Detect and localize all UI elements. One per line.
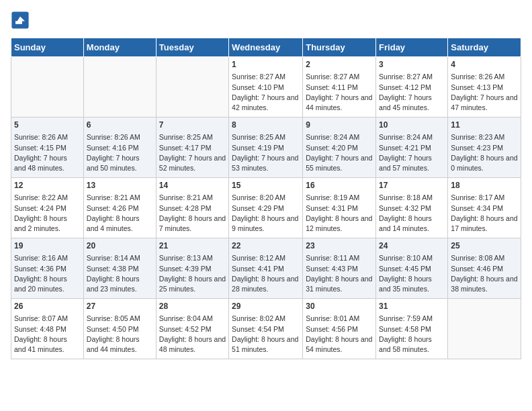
day-content-line: Sunrise: 8:24 AM (306, 132, 373, 142)
day-number: 9 (306, 120, 373, 131)
calendar-cell (83, 57, 156, 118)
day-content-line: Sunrise: 8:26 AM (451, 72, 518, 82)
day-content-line: Sunset: 4:56 PM (306, 324, 373, 334)
calendar-cell: 17Sunrise: 8:18 AMSunset: 4:32 PMDayligh… (376, 178, 448, 238)
calendar-header-row: SundayMondayTuesdayWednesdayThursdayFrid… (11, 38, 521, 57)
calendar-cell: 25Sunrise: 8:08 AMSunset: 4:46 PMDayligh… (448, 238, 521, 299)
day-number: 28 (159, 301, 226, 312)
day-number: 6 (87, 120, 153, 131)
day-content-line: Daylight: 8 hours and 41 minutes. (14, 334, 81, 355)
day-content-line: Daylight: 8 hours and 25 minutes. (159, 274, 226, 294)
day-number: 26 (14, 301, 81, 312)
day-content-line: Sunrise: 8:02 AM (232, 314, 300, 324)
day-content-line: Sunrise: 8:10 AM (379, 253, 445, 263)
day-content-line: Daylight: 8 hours and 48 minutes. (159, 334, 226, 355)
calendar-cell: 7Sunrise: 8:25 AMSunset: 4:17 PMDaylight… (156, 118, 228, 178)
day-number: 19 (14, 240, 81, 252)
calendar-body: 1Sunrise: 8:27 AMSunset: 4:10 PMDaylight… (11, 57, 521, 359)
day-number: 5 (14, 120, 81, 131)
day-content-line: Daylight: 7 hours and 57 minutes. (379, 153, 445, 173)
calendar-cell: 10Sunrise: 8:24 AMSunset: 4:21 PMDayligh… (376, 118, 448, 178)
day-content-line: Sunrise: 8:05 AM (87, 314, 153, 324)
calendar-cell: 12Sunrise: 8:22 AMSunset: 4:24 PMDayligh… (11, 178, 84, 238)
day-content-line: Sunset: 4:28 PM (159, 203, 226, 214)
calendar-table: SundayMondayTuesdayWednesdayThursdayFrid… (11, 38, 521, 359)
day-content-line: Daylight: 8 hours and 4 minutes. (87, 214, 153, 234)
day-content-line: Sunset: 4:13 PM (451, 83, 518, 93)
day-content-line: Sunset: 4:23 PM (451, 143, 518, 153)
day-content-line: Sunset: 4:10 PM (232, 83, 300, 93)
day-number: 3 (379, 59, 445, 71)
day-content-line: Sunrise: 8:04 AM (159, 314, 226, 324)
calendar-cell: 26Sunrise: 8:07 AMSunset: 4:48 PMDayligh… (11, 299, 84, 359)
header-day-monday: Monday (83, 38, 156, 57)
calendar-cell: 11Sunrise: 8:23 AMSunset: 4:23 PMDayligh… (448, 118, 521, 178)
day-number: 14 (159, 180, 226, 191)
day-content-line: Daylight: 8 hours and 38 minutes. (451, 274, 518, 294)
day-content-line: Daylight: 7 hours and 48 minutes. (14, 153, 81, 173)
day-content-line: Sunset: 4:50 PM (87, 324, 153, 334)
day-content-line: Sunset: 4:52 PM (159, 324, 226, 334)
day-content-line: Sunrise: 8:07 AM (14, 314, 81, 324)
calendar-cell: 15Sunrise: 8:20 AMSunset: 4:29 PMDayligh… (229, 178, 303, 238)
day-content-line: Sunrise: 8:17 AM (451, 193, 518, 203)
day-content-line: Daylight: 8 hours and 0 minutes. (451, 153, 518, 173)
day-content-line: Sunrise: 8:25 AM (159, 132, 226, 142)
day-content-line: Sunset: 4:11 PM (306, 83, 373, 93)
day-content-line: Sunset: 4:43 PM (306, 264, 373, 274)
day-content-line: Daylight: 7 hours and 42 minutes. (232, 93, 300, 113)
day-content-line: Sunset: 4:31 PM (306, 203, 373, 214)
day-content-line: Sunrise: 8:23 AM (451, 132, 518, 142)
day-content-line: Sunrise: 8:08 AM (451, 253, 518, 263)
day-content-line: Sunset: 4:12 PM (379, 83, 445, 93)
header-day-thursday: Thursday (303, 38, 376, 57)
header-day-friday: Friday (376, 38, 448, 57)
day-content-line: Sunset: 4:21 PM (379, 143, 445, 153)
calendar-header: SundayMondayTuesdayWednesdayThursdayFrid… (11, 38, 521, 57)
calendar-cell (448, 299, 521, 359)
day-content-line: Sunset: 4:58 PM (379, 324, 445, 334)
day-number: 20 (87, 240, 153, 252)
calendar-week-row: 26Sunrise: 8:07 AMSunset: 4:48 PMDayligh… (11, 299, 521, 359)
day-content-line: Sunrise: 8:18 AM (379, 193, 445, 203)
day-content-line: Sunset: 4:46 PM (451, 264, 518, 274)
day-content-line: Daylight: 8 hours and 58 minutes. (379, 334, 445, 355)
day-content-line: Sunrise: 8:27 AM (379, 72, 445, 82)
day-content-line: Sunset: 4:36 PM (14, 264, 81, 274)
day-number: 15 (232, 180, 300, 191)
day-content-line: Daylight: 8 hours and 7 minutes. (159, 214, 226, 234)
day-content-line: Sunset: 4:38 PM (87, 264, 153, 274)
day-content-line: Sunrise: 8:20 AM (232, 193, 300, 203)
day-content-line: Daylight: 8 hours and 35 minutes. (379, 274, 445, 294)
calendar-cell: 8Sunrise: 8:25 AMSunset: 4:19 PMDaylight… (229, 118, 303, 178)
calendar-week-row: 12Sunrise: 8:22 AMSunset: 4:24 PMDayligh… (11, 178, 521, 238)
day-content-line: Sunrise: 8:22 AM (14, 193, 81, 203)
calendar-week-row: 1Sunrise: 8:27 AMSunset: 4:10 PMDaylight… (11, 57, 521, 118)
day-number: 8 (232, 120, 300, 131)
calendar-cell: 2Sunrise: 8:27 AMSunset: 4:11 PMDaylight… (303, 57, 376, 118)
svg-rect-2 (15, 21, 22, 24)
day-content-line: Daylight: 8 hours and 51 minutes. (232, 334, 300, 355)
day-number: 30 (306, 301, 373, 312)
logo-icon (11, 11, 30, 30)
day-content-line: Sunset: 4:26 PM (87, 203, 153, 214)
calendar-cell: 16Sunrise: 8:19 AMSunset: 4:31 PMDayligh… (303, 178, 376, 238)
day-content-line: Daylight: 8 hours and 17 minutes. (451, 214, 518, 234)
day-number: 12 (14, 180, 81, 191)
day-number: 16 (306, 180, 373, 191)
day-content-line: Daylight: 8 hours and 28 minutes. (232, 274, 300, 294)
day-content-line: Daylight: 8 hours and 2 minutes. (14, 214, 81, 234)
calendar-cell: 27Sunrise: 8:05 AMSunset: 4:50 PMDayligh… (83, 299, 156, 359)
day-content-line: Daylight: 7 hours and 45 minutes. (379, 93, 445, 113)
day-content-line: Sunrise: 7:59 AM (379, 314, 445, 324)
day-content-line: Daylight: 7 hours and 53 minutes. (232, 153, 300, 173)
day-content-line: Sunrise: 8:14 AM (87, 253, 153, 263)
day-number: 25 (451, 240, 518, 252)
day-content-line: Sunrise: 8:13 AM (159, 253, 226, 263)
header-day-tuesday: Tuesday (156, 38, 228, 57)
day-content-line: Sunrise: 8:19 AM (306, 193, 373, 203)
calendar-cell: 9Sunrise: 8:24 AMSunset: 4:20 PMDaylight… (303, 118, 376, 178)
calendar-cell: 20Sunrise: 8:14 AMSunset: 4:38 PMDayligh… (83, 238, 156, 299)
day-content-line: Daylight: 7 hours and 55 minutes. (306, 153, 373, 173)
calendar-cell (156, 57, 228, 118)
